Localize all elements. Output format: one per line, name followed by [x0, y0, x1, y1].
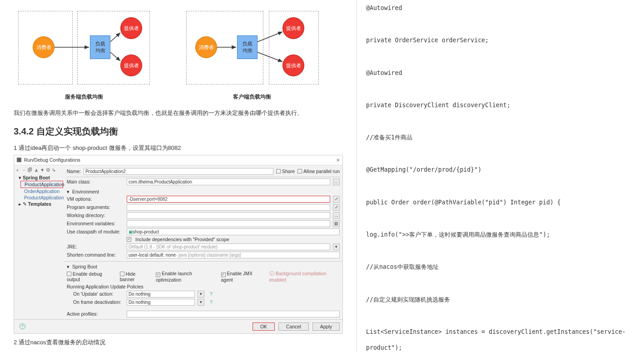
- tree-templates[interactable]: Templates: [28, 201, 51, 207]
- code-block: @Autowired private OrderService orderSer…: [366, 0, 630, 352]
- provider-node: 提供者: [282, 55, 304, 76]
- provider-node: 提供者: [120, 55, 142, 76]
- mainclass-input[interactable]: com.itheima.ProductApplication: [127, 178, 330, 185]
- balance-box: 负载 均衡: [90, 35, 110, 59]
- dialog-title: Run/Debug Configurations: [24, 157, 333, 163]
- step-text: 2 通过nacos查看微服务的启动情况: [14, 338, 343, 347]
- policies-label: Running Application Update Policies: [67, 284, 340, 289]
- consumer-node: 消费者: [195, 36, 217, 58]
- config-tree[interactable]: ＋ － 🗐 ▲ ▼ ⚙ ↳ ▾ Spring Boot ProductAppli…: [14, 165, 64, 319]
- cancel-button[interactable]: Cancel: [278, 322, 309, 331]
- endebug-checkbox[interactable]: [67, 272, 71, 276]
- mainclass-label: Main class:: [67, 179, 124, 184]
- balance-label: 均衡: [243, 47, 253, 54]
- ok-button[interactable]: OK: [253, 322, 275, 331]
- workdir-input[interactable]: [127, 212, 330, 219]
- server-side-lb-diagram: 消费者 负载 均衡 提供者 提供者 服务端负载均衡: [14, 0, 154, 91]
- endebug-label: Enable debug output: [67, 271, 102, 282]
- expand-button[interactable]: ⤢: [333, 204, 340, 211]
- share-label: Share: [282, 169, 295, 174]
- consumer-node: 消费者: [33, 36, 54, 58]
- envvar-input[interactable]: [127, 220, 330, 227]
- app-icon: [17, 158, 21, 162]
- shorten-select[interactable]: user-local default: none - java [options…: [127, 252, 340, 258]
- balance-label: 均衡: [95, 47, 105, 54]
- diagram-caption: 服务端负载均衡: [14, 93, 154, 101]
- sb-header[interactable]: Spring Boot: [72, 264, 97, 269]
- dropdown-button[interactable]: ▾: [198, 299, 204, 306]
- client-side-lb-diagram: 消费者 负载 均衡 提供者 提供者 客户端负载均衡: [182, 0, 322, 91]
- browse-button[interactable]: …: [333, 178, 340, 185]
- workdir-label: Working directory:: [67, 213, 124, 218]
- diagram-caption: 客户端负载均衡: [182, 93, 322, 101]
- cp-label: Use classpath of module:: [67, 229, 124, 234]
- balance-box: 负载 均衡: [237, 35, 258, 59]
- enjmx-checkbox[interactable]: [221, 273, 226, 277]
- enlaunch-checkbox[interactable]: [156, 273, 160, 277]
- onupdate-select[interactable]: Do nothing: [127, 291, 195, 297]
- envvar-label: Environment variables:: [67, 221, 124, 226]
- expand-button[interactable]: ⤢: [333, 196, 340, 203]
- name-input[interactable]: ProductApplication2: [84, 168, 273, 175]
- browse-button[interactable]: ▥: [333, 220, 340, 227]
- tree-item[interactable]: ProductApplication: [20, 194, 63, 201]
- apply-button[interactable]: Apply: [312, 322, 340, 331]
- help-icon[interactable]: ?: [20, 323, 25, 329]
- tree-root[interactable]: Spring Boot: [23, 175, 50, 180]
- ondeact-label: On frame deactivation:: [67, 299, 124, 305]
- close-icon[interactable]: ×: [336, 157, 340, 164]
- enlaunch-label: Enable launch optimization: [156, 271, 192, 283]
- step-text: 1 通过idea再启动一个 shop-product 微服务，设置其端口为808…: [14, 144, 343, 152]
- tree-item[interactable]: OrderApplication: [20, 188, 63, 194]
- incdep-label: Include dependencies with "Provided" sco…: [135, 237, 229, 242]
- provider-node: 提供者: [282, 17, 304, 39]
- bgcomp-label: Background compilation enabled: [269, 271, 327, 283]
- active-input[interactable]: [127, 311, 340, 317]
- prog-input[interactable]: [127, 204, 330, 211]
- jre-label: JRE:: [67, 244, 124, 249]
- active-label: Active profiles:: [67, 311, 124, 317]
- prog-label: Program arguments:: [67, 204, 124, 210]
- dropdown-button[interactable]: ▾: [198, 291, 204, 297]
- hidebanner-checkbox[interactable]: [120, 272, 124, 276]
- cp-select[interactable]: ▣ shop-product: [127, 228, 340, 235]
- vm-options-input[interactable]: -Dserver.port=8082: [127, 196, 330, 203]
- tree-item-selected[interactable]: ProductApplication2: [20, 181, 63, 188]
- balance-label: 负载: [95, 40, 105, 47]
- paragraph: 我们在微服务调用关系中一般会选择客户端负载均衡，也就是在服务调用的一方来决定服务…: [14, 108, 343, 118]
- parallel-checkbox[interactable]: [297, 169, 302, 174]
- env-header[interactable]: Environment: [72, 189, 99, 194]
- name-label: Name:: [67, 169, 81, 174]
- browse-button[interactable]: …: [333, 212, 340, 219]
- provider-node: 提供者: [120, 17, 142, 39]
- run-config-dialog: Run/Debug Configurations × ＋ － 🗐 ▲ ▼ ⚙ ↳…: [14, 155, 343, 334]
- balance-label: 负载: [243, 40, 253, 47]
- shorten-label: Shorten command line:: [67, 252, 124, 258]
- vm-label: VM options:: [67, 196, 124, 202]
- incdep-checkbox[interactable]: [127, 237, 131, 242]
- share-checkbox[interactable]: [276, 169, 281, 174]
- jre-select[interactable]: Default (1.8 - SDK of 'shop-product' mod…: [127, 243, 330, 250]
- enjmx-label: Enable JMX agent: [221, 271, 253, 283]
- parallel-label: Allow parallel run: [303, 169, 340, 174]
- load-balance-diagram: 消费者 负载 均衡 提供者 提供者 服务端负载均衡 消费者 负载 均衡 提供者: [14, 0, 343, 91]
- onupdate-label: On 'Update' action:: [67, 291, 124, 297]
- dropdown-button[interactable]: ▾: [333, 243, 340, 250]
- ondeact-select[interactable]: Do nothing: [127, 299, 195, 306]
- section-heading: 3.4.2 自定义实现负载均衡: [14, 125, 343, 138]
